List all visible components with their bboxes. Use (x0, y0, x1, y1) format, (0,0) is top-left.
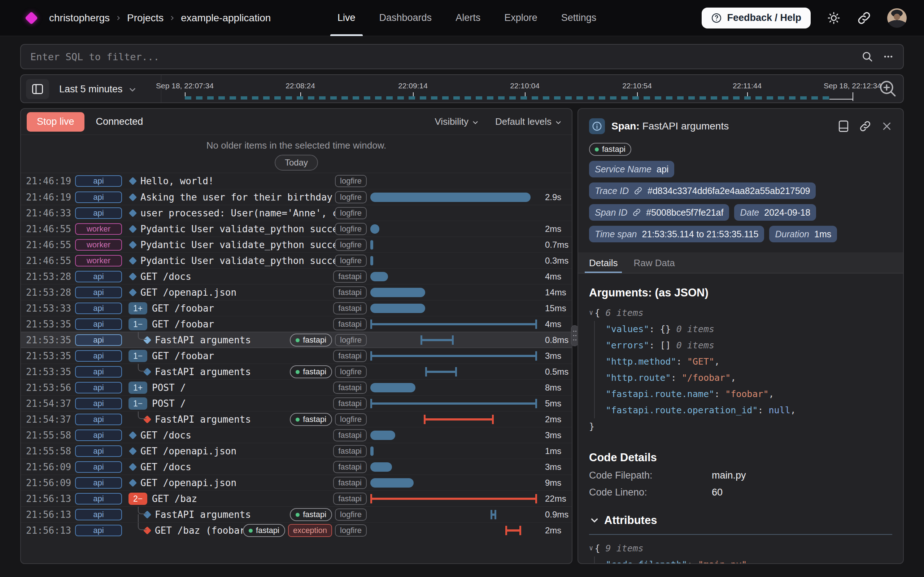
scope-tag-logfire[interactable]: logfire (335, 524, 367, 537)
log-row[interactable]: 21:46:55workerPydantic User validate_pyt… (21, 253, 572, 268)
scope-tag-logfire[interactable]: logfire (335, 334, 367, 346)
today-button[interactable]: Today (275, 155, 318, 171)
service-badge-api[interactable]: api (75, 318, 122, 330)
collapse-children-badge[interactable]: 1− (129, 397, 147, 410)
log-row[interactable]: 21:53:28apiGET /docsfastapi4ms (21, 268, 572, 284)
log-row[interactable]: 21:53:35api1−GET /foobarfastapi3ms (21, 348, 572, 364)
collapse-children-badge[interactable]: 1+ (129, 302, 147, 314)
nav-tab-dashboards[interactable]: Dashboards (380, 0, 432, 36)
service-badge-api[interactable]: api (75, 192, 122, 203)
fastapi-chip[interactable]: fastapi (290, 365, 332, 378)
chip-service-name[interactable]: Service Nameapi (589, 161, 674, 177)
log-row[interactable]: 21:53:35api1−GET /foobarfastapi4ms (21, 316, 572, 332)
chip-date[interactable]: Date2024-09-18 (734, 204, 816, 221)
detail-tab-raw-data[interactable]: Raw Data (633, 258, 675, 273)
scope-tag-fastapi[interactable]: fastapi (333, 429, 367, 442)
log-row[interactable]: 21:53:56api1+POST /fastapi8ms (21, 379, 572, 395)
feedback-help-button[interactable]: Feedback / Help (702, 8, 811, 29)
nav-tab-alerts[interactable]: Alerts (456, 0, 480, 36)
log-row[interactable]: 21:56:09apiGET /docsfastapi3ms (21, 459, 572, 475)
scope-tag-fastapi[interactable]: fastapi (333, 271, 367, 283)
log-row[interactable]: 21:54:37api1−POST /fastapi5ms (21, 395, 572, 411)
log-row[interactable]: 21:56:09apiGET /openapi.jsonfastapi9ms (21, 475, 572, 490)
scope-tag-fastapi[interactable]: fastapi (333, 397, 367, 410)
scope-tag-fastapi[interactable]: fastapi (333, 477, 367, 489)
collapse-children-badge[interactable]: 2− (129, 493, 147, 505)
service-badge-worker[interactable]: worker (75, 223, 122, 235)
theme-toggle-icon[interactable] (827, 11, 841, 25)
chip-trace-id[interactable]: Trace ID#d834c3374dd6fa2e4aa82a55ab21750… (589, 182, 816, 199)
log-row[interactable]: 21:46:19apiAsking the user for their bir… (21, 189, 572, 205)
service-badge-api[interactable]: api (75, 429, 122, 441)
service-badge-api[interactable]: api (75, 461, 122, 473)
collapse-children-badge[interactable]: 1− (129, 350, 147, 362)
zoom-in-icon[interactable] (878, 79, 898, 99)
breadcrumb-item-2[interactable]: example-application (181, 12, 271, 24)
service-badge-api[interactable]: api (75, 366, 122, 377)
scope-tag-logfire[interactable]: logfire (335, 191, 367, 203)
breadcrumb-item-0[interactable]: christophergs (49, 12, 110, 24)
log-row[interactable]: 21:56:13api2−GET /bazfastapi22ms (21, 490, 572, 506)
log-row[interactable]: 21:56:13apiFastAPI argumentsfastapilogfi… (21, 506, 572, 522)
service-badge-worker[interactable]: worker (75, 255, 122, 266)
copy-link-icon[interactable] (859, 120, 871, 132)
search-icon[interactable] (861, 50, 874, 63)
scope-tag-fastapi[interactable]: fastapi (333, 318, 367, 330)
scope-tag-logfire[interactable]: logfire (335, 255, 367, 267)
logfire-logo-icon[interactable] (25, 11, 38, 24)
fastapi-chip[interactable]: fastapi (243, 524, 285, 537)
service-badge-api[interactable]: api (75, 334, 122, 346)
breadcrumb-item-1[interactable]: Projects (127, 12, 163, 24)
timeline-activity-dashes[interactable] (185, 96, 829, 100)
share-link-icon[interactable] (857, 11, 871, 25)
log-row[interactable]: 21:53:33api1+GET /foobarfastapi15ms (21, 300, 572, 316)
scope-tag-logfire[interactable]: logfire (335, 175, 367, 187)
log-row[interactable]: 21:55:58apiGET /docsfastapi3ms (21, 427, 572, 443)
fastapi-chip[interactable]: fastapi (290, 334, 332, 347)
scope-tag-logfire[interactable]: logfire (335, 413, 367, 425)
log-row[interactable]: 21:46:55workerPydantic User validate_pyt… (21, 221, 572, 237)
service-badge-api[interactable]: api (75, 414, 122, 425)
service-badge-api[interactable]: api (75, 382, 122, 393)
scope-tag-fastapi[interactable]: fastapi (333, 461, 367, 473)
sidebar-toggle-button[interactable] (26, 79, 49, 99)
scope-tag-fastapi[interactable]: fastapi (333, 382, 367, 394)
log-row[interactable]: 21:53:28apiGET /openapi.jsonfastapi14ms (21, 284, 572, 300)
scope-tag-logfire[interactable]: logfire (335, 223, 367, 235)
collapse-children-badge[interactable]: 1+ (129, 382, 147, 394)
service-badge-api[interactable]: api (75, 509, 122, 521)
scope-tag-logfire[interactable]: logfire (335, 239, 367, 251)
log-row[interactable]: 21:46:55workerPydantic User validate_pyt… (21, 237, 572, 253)
panel-resize-handle[interactable] (571, 325, 578, 346)
scope-tag-fastapi[interactable]: fastapi (333, 286, 367, 298)
stop-live-button[interactable]: Stop live (27, 112, 84, 132)
chip-duration[interactable]: Duration1ms (769, 226, 837, 242)
service-badge-api[interactable]: api (75, 350, 122, 362)
log-row[interactable]: 21:55:58apiGET /openapi.jsonfastapi1ms (21, 443, 572, 459)
close-icon[interactable] (881, 121, 892, 132)
nav-tab-live[interactable]: Live (338, 0, 355, 36)
service-badge-api[interactable]: api (75, 525, 122, 536)
scope-tag-fastapi[interactable]: fastapi (333, 445, 367, 457)
sql-filter-input[interactable] (21, 51, 861, 62)
service-badge-worker[interactable]: worker (75, 239, 122, 251)
service-badge-api[interactable]: api (75, 287, 122, 298)
log-row[interactable]: 21:56:13apiGET /baz (foobar)fastapiexcep… (21, 522, 572, 538)
scope-tag-fastapi[interactable]: fastapi (333, 302, 367, 314)
log-row[interactable]: 21:53:35apiFastAPI argumentsfastapilogfi… (21, 364, 572, 379)
scope-tag-logfire[interactable]: logfire (335, 508, 367, 521)
scope-tag-logfire[interactable]: logfire (335, 366, 367, 378)
service-badge-api[interactable]: api (75, 477, 122, 488)
chip-time-span[interactable]: Time span21:53:35.114 to 21:53:35.115 (589, 226, 764, 242)
exception-tag[interactable]: exception (288, 524, 332, 537)
detail-tab-details[interactable]: Details (589, 258, 617, 273)
service-badge-api[interactable]: api (75, 303, 122, 314)
default-levels-dropdown[interactable]: Default levels (495, 116, 562, 127)
dock-panel-icon[interactable] (838, 120, 849, 132)
scope-tag-logfire[interactable]: logfire (335, 207, 367, 219)
scope-tag-fastapi[interactable]: fastapi (333, 350, 367, 362)
log-row[interactable]: 21:53:35apiFastAPI argumentsfastapilogfi… (21, 332, 572, 348)
fastapi-chip[interactable]: fastapi (290, 508, 332, 521)
time-range-dropdown[interactable]: Last 5 minutes (59, 75, 137, 103)
service-badge-api[interactable]: api (75, 271, 122, 282)
